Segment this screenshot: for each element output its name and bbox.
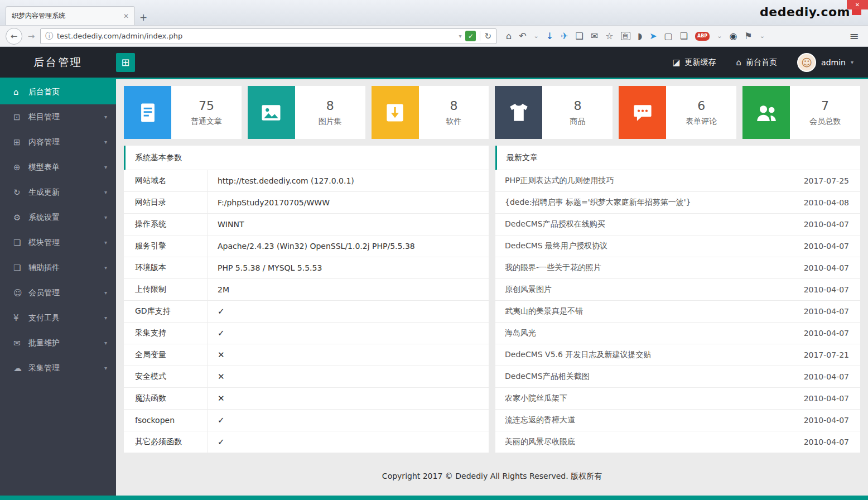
url-text[interactable]: test.dedediy.com/admin/index.php	[57, 32, 455, 40]
article-row[interactable]: 原创风景图片 2010-04-07	[495, 279, 860, 301]
chevron-down-icon: ▾	[104, 340, 107, 346]
article-date: 2010-04-07	[804, 416, 849, 425]
stat-label: 表单评论	[686, 117, 717, 127]
window-icon[interactable]: ▢	[664, 32, 673, 41]
adblock-caret-icon[interactable]: ⌄	[717, 33, 722, 39]
sidebar-item-columns[interactable]: ⊡ 栏目管理 ▾	[0, 104, 116, 129]
star-icon[interactable]: ☆	[605, 32, 613, 41]
article-title[interactable]: {dede:招聘启事 标题='织梦大家庭新年招募第一波'}	[505, 198, 797, 208]
system-table-row: 全局变量 ✕	[124, 344, 489, 366]
article-date: 2010-04-07	[804, 438, 849, 446]
stat-card[interactable]: 75 普通文章	[124, 86, 242, 139]
article-row[interactable]: {dede:招聘启事 标题='织梦大家庭新年招募第一波'} 2010-04-08	[495, 192, 860, 214]
article-title[interactable]: 美丽的风景尽收眼底	[505, 437, 797, 447]
adblock-icon[interactable]: ABP	[695, 32, 710, 41]
article-row[interactable]: DedeCMS产品授权在线购买 2010-04-07	[495, 214, 860, 235]
article-title[interactable]: DedeCMS V5.6 开发日志及新建议提交贴	[505, 350, 797, 360]
system-panel-title: 系统基本参数	[124, 146, 489, 170]
article-row[interactable]: 海岛风光 2010-04-07	[495, 323, 860, 344]
tab-close-icon[interactable]: ✕	[123, 12, 129, 20]
messenger-icon[interactable]: ❑	[576, 32, 584, 41]
article-row[interactable]: DedeCMS V5.6 开发日志及新建议提交贴 2017-07-21	[495, 344, 860, 366]
send-icon[interactable]: ➤	[649, 32, 657, 41]
browser-navbar: ← → ⓘ test.dedediy.com/admin/index.php ▾…	[0, 26, 868, 47]
sidebar-toggle-button[interactable]: ⊞	[116, 53, 135, 72]
hamburger-menu-icon[interactable]: ≡	[846, 30, 862, 43]
article-title[interactable]: PHP正则表达式的几则使用技巧	[505, 176, 797, 186]
sidebar-item-collect[interactable]: ☁ 采集管理 ▾	[0, 355, 116, 381]
update-cache-button[interactable]: ◪ 更新缓存	[672, 57, 716, 68]
article-row[interactable]: DedeCMS产品相关截图 2010-04-07	[495, 366, 860, 388]
stat-body: 8 图片集	[295, 86, 365, 139]
flag-icon[interactable]: ⚑	[744, 32, 752, 41]
article-row[interactable]: PHP正则表达式的几则使用技巧 2017-07-25	[495, 170, 860, 192]
article-title[interactable]: DedeCMS产品相关截图	[505, 372, 797, 382]
article-title[interactable]: 农家小院丝瓜架下	[505, 393, 797, 403]
front-home-button[interactable]: ⌂ 前台首页	[736, 57, 778, 68]
more-caret-icon[interactable]: ⌄	[760, 33, 765, 39]
folder-icon[interactable]: ❏	[680, 32, 688, 41]
sidebar-item-label: 采集管理	[28, 363, 60, 373]
rss-icon[interactable]: ◗	[638, 32, 642, 41]
article-title[interactable]: 我的眼界-一些关于花的照片	[505, 263, 797, 273]
system-param-label: 安全模式	[124, 366, 208, 387]
username: admin	[821, 58, 846, 67]
front-home-label: 前台首页	[746, 57, 777, 68]
stat-card[interactable]: 6 表单评论	[619, 86, 736, 139]
sidebar-item-model-form[interactable]: ⊕ 模型表单 ▾	[0, 155, 116, 180]
sidebar-item-payment[interactable]: ¥ 支付工具 ▾	[0, 305, 116, 330]
article-row[interactable]: 农家小院丝瓜架下 2010-04-07	[495, 388, 860, 410]
auto-extension-icon[interactable]: 自	[621, 32, 630, 40]
stat-card[interactable]: 7 会员总数	[742, 86, 860, 139]
goods-icon	[495, 86, 542, 139]
article-row[interactable]: 我的眼界-一些关于花的照片 2010-04-07	[495, 257, 860, 279]
article-row[interactable]: 流连忘返的香樟大道 2010-04-07	[495, 410, 860, 431]
back-button[interactable]: ←	[6, 28, 22, 45]
stat-card[interactable]: 8 软件	[372, 86, 489, 139]
info-icon[interactable]: ⓘ	[45, 31, 53, 41]
undo-caret-icon[interactable]: ⌄	[534, 33, 539, 39]
sidebar-item-settings[interactable]: ⚙ 系统设置 ▾	[0, 205, 116, 230]
thunderbird-icon[interactable]: ✈	[561, 32, 568, 41]
download-icon[interactable]: ↓	[546, 32, 553, 41]
article-title[interactable]: DedeCMS 最终用户授权协议	[505, 241, 797, 251]
article-row[interactable]: DedeCMS 最终用户授权协议 2010-04-07	[495, 235, 860, 257]
url-dropdown-caret-icon[interactable]: ▾	[459, 33, 461, 39]
browser-tab[interactable]: 织梦内容管理系统 ✕	[6, 6, 135, 25]
article-title[interactable]: 原创风景图片	[505, 285, 797, 295]
url-bar[interactable]: ⓘ test.dedediy.com/admin/index.php ▾ ✓ ↻	[40, 28, 496, 44]
system-param-label: 全局变量	[124, 344, 208, 366]
sidebar-item-members[interactable]: ☺ 会员管理 ▾	[0, 280, 116, 305]
sidebar-item-content[interactable]: ⊞ 内容管理 ▾	[0, 129, 116, 155]
article-date: 2010-04-07	[804, 394, 849, 403]
article-title[interactable]: 海岛风光	[505, 328, 797, 338]
system-param-label: 上传限制	[124, 279, 208, 300]
sidebar-item-generate[interactable]: ↻ 生成更新 ▾	[0, 180, 116, 205]
system-table-row: 网站域名 http://test.dedediy.com (127.0.0.1)	[124, 170, 489, 192]
window-close-button[interactable]: ✕	[847, 0, 868, 9]
article-row[interactable]: 武夷山的美景真是不错 2010-04-07	[495, 301, 860, 323]
system-table-row: fsockopen ✓	[124, 410, 489, 431]
system-param-label: GD库支持	[124, 301, 208, 322]
security-shield-icon[interactable]: ✓	[465, 31, 476, 41]
article-title[interactable]: DedeCMS产品授权在线购买	[505, 219, 797, 229]
sidebar-item-label: 会员管理	[28, 288, 60, 298]
sidebar-item-modules[interactable]: ❏ 模块管理 ▾	[0, 230, 116, 255]
sidebar-item-plugins[interactable]: ❏ 辅助插件 ▾	[0, 255, 116, 280]
new-tab-button[interactable]: +	[135, 9, 152, 25]
forward-button[interactable]: →	[26, 31, 36, 41]
reload-icon[interactable]: ↻	[484, 31, 491, 41]
home-icon[interactable]: ⌂	[506, 32, 512, 41]
sidebar-item-batch[interactable]: ✉ 批量维护 ▾	[0, 330, 116, 355]
article-date: 2017-07-21	[804, 350, 849, 359]
article-title[interactable]: 流连忘返的香樟大道	[505, 415, 797, 425]
user-menu[interactable]: ☺ admin ▾	[797, 53, 853, 72]
globe-icon[interactable]: ◉	[729, 32, 737, 41]
stat-card[interactable]: 8 商品	[495, 86, 613, 139]
undo-icon[interactable]: ↶	[519, 32, 526, 41]
sidebar-item-home[interactable]: ⌂ 后台首页	[0, 79, 116, 104]
article-title[interactable]: 武夷山的美景真是不错	[505, 306, 797, 316]
stat-card[interactable]: 8 图片集	[248, 86, 365, 139]
article-row[interactable]: 美丽的风景尽收眼底 2010-04-07	[495, 431, 860, 453]
mail-icon[interactable]: ✉	[591, 32, 598, 41]
